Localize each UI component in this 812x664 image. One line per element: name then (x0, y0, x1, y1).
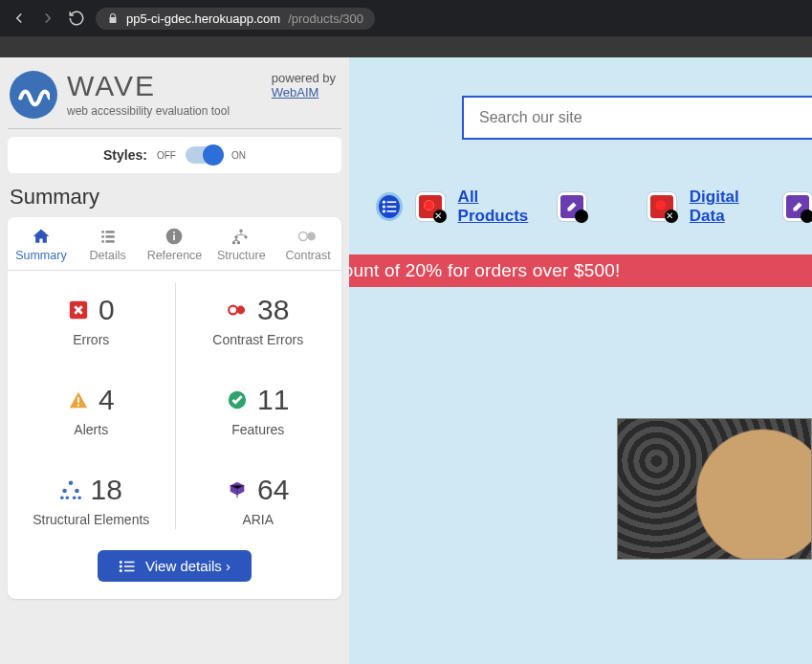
badge-close-icon: ✕ (663, 209, 676, 222)
styles-off-label: OFF (157, 150, 176, 161)
stats-divider (175, 282, 176, 529)
list-icon (119, 560, 136, 573)
home-icon (8, 227, 75, 246)
tab-contrast-label: Contrast (285, 249, 330, 262)
stat-features-value: 11 (257, 384, 289, 416)
errors-icon (68, 299, 89, 321)
svg-point-29 (120, 561, 122, 564)
browser-tabstrip (0, 36, 812, 57)
svg-rect-7 (174, 234, 176, 240)
stat-errors[interactable]: 0 Errors (8, 271, 175, 361)
svg-rect-34 (124, 569, 135, 571)
styles-toggle[interactable] (186, 146, 222, 164)
svg-point-26 (65, 496, 69, 499)
view-details-button[interactable]: View details › (98, 550, 252, 582)
styles-label: Styles: (103, 147, 147, 163)
url-domain: pp5-ci-gdec.herokuapp.com (126, 11, 280, 26)
svg-point-25 (60, 496, 64, 499)
styles-on-label: ON (231, 150, 246, 161)
svg-point-17 (229, 306, 237, 315)
lock-icon (107, 12, 119, 24)
stat-features[interactable]: 11 Features (175, 361, 342, 451)
browser-toolbar: pp5-ci-gdec.herokuapp.com/products/300 (0, 0, 812, 36)
svg-rect-30 (124, 561, 135, 563)
powered-by: powered by WebAIM (272, 71, 336, 100)
svg-point-37 (383, 205, 385, 208)
svg-point-35 (383, 201, 385, 204)
stat-structural-value: 18 (91, 474, 122, 506)
tab-reference-label: Reference (147, 249, 203, 262)
tab-contrast[interactable]: Contrast (274, 217, 341, 270)
menu-icon[interactable] (376, 192, 403, 221)
reload-button[interactable] (67, 9, 86, 28)
svg-rect-5 (105, 240, 114, 243)
back-button[interactable] (10, 9, 29, 28)
svg-point-9 (240, 230, 243, 232)
promo-banner: iscount of 20% for orders over $500! (349, 255, 812, 287)
wave-brand: WAVE web accessibility evaluation tool (10, 71, 230, 119)
tab-structure[interactable]: Structure (208, 217, 274, 270)
svg-rect-40 (386, 210, 396, 212)
svg-rect-8 (174, 232, 176, 233)
svg-point-33 (120, 569, 122, 572)
wave-sidebar: WAVE web accessibility evaluation tool p… (0, 57, 349, 664)
svg-point-27 (72, 496, 76, 499)
stat-contrast-errors[interactable]: 38 Contrast Errors (175, 271, 342, 361)
stat-errors-label: Errors (73, 332, 109, 347)
stat-structural-label: Structural Elements (33, 512, 149, 527)
tab-reference[interactable]: Reference (142, 217, 208, 270)
nav-digital-data-label: Digital Data (690, 188, 770, 226)
site-nav: ✕ All Products ✕ Digital Data (349, 140, 812, 226)
svg-rect-3 (105, 235, 114, 238)
contrast-errors-icon (227, 299, 248, 321)
hierarchy-icon (208, 227, 274, 246)
url-bar[interactable]: pp5-ci-gdec.herokuapp.com/products/300 (96, 8, 375, 30)
svg-point-10 (235, 235, 238, 238)
nav-digital-data[interactable]: Digital Data (690, 188, 770, 226)
svg-rect-32 (124, 565, 135, 567)
svg-rect-0 (101, 231, 104, 233)
section-heading: Summary (10, 185, 340, 210)
nav-all-products[interactable]: All Products (458, 188, 544, 226)
features-icon (227, 389, 248, 410)
info-icon (142, 227, 208, 246)
stat-aria[interactable]: 64 ARIA (175, 451, 342, 541)
stat-aria-value: 64 (257, 474, 289, 506)
svg-rect-36 (386, 201, 396, 203)
search-input[interactable] (462, 96, 812, 140)
tab-summary-label: Summary (15, 249, 66, 262)
webaim-link[interactable]: WebAIM (272, 85, 319, 100)
styles-toggle-row: Styles: OFF ON (8, 137, 341, 173)
stat-alerts[interactable]: 4 Alerts (8, 361, 175, 451)
tab-summary[interactable]: Summary (8, 217, 75, 270)
page-content: ✕ All Products ✕ Digital Data iscount of… (349, 57, 812, 664)
forward-button[interactable] (38, 9, 57, 28)
product-image[interactable] (617, 418, 812, 560)
stat-contrast-value: 38 (257, 294, 289, 326)
wave-redundant-link-icon[interactable]: ✕ (416, 192, 445, 221)
tab-details-label: Details (90, 249, 126, 262)
wave-redundant-link-icon[interactable]: ✕ (647, 192, 676, 221)
svg-rect-2 (101, 235, 104, 238)
summary-stats: 0 Errors 38 Contrast Errors (8, 271, 341, 541)
badge-close-icon: ✕ (431, 209, 445, 222)
svg-point-14 (299, 232, 308, 241)
svg-point-15 (307, 232, 316, 241)
stat-alerts-label: Alerts (74, 422, 108, 437)
stat-structural[interactable]: 18 Structural Elements (8, 451, 175, 541)
list-icon (75, 227, 142, 246)
svg-point-13 (237, 241, 240, 244)
svg-point-31 (120, 564, 122, 567)
tab-details[interactable]: Details (75, 217, 142, 270)
wave-aria-icon[interactable] (558, 192, 586, 221)
tab-bar: Summary Details Reference (8, 217, 341, 271)
powered-by-label: powered by (272, 71, 336, 85)
stat-features-label: Features (231, 422, 284, 437)
svg-rect-4 (101, 240, 104, 243)
svg-point-22 (68, 480, 73, 485)
wave-title: WAVE (67, 72, 230, 100)
wave-logo-icon (10, 71, 57, 119)
tab-structure-label: Structure (217, 249, 266, 262)
structural-icon (60, 479, 81, 500)
wave-aria-icon[interactable] (783, 192, 812, 221)
